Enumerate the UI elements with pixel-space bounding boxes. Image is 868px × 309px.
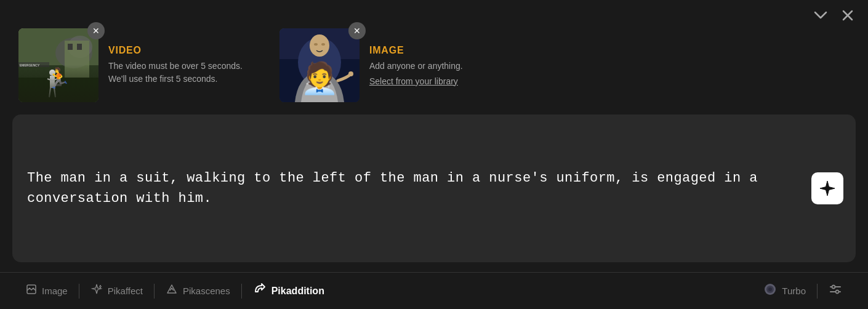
pikaffect-icon	[90, 283, 103, 299]
svg-rect-1	[18, 65, 98, 102]
svg-point-28	[314, 43, 318, 46]
video-description: The video must be over 5 seconds. We'll …	[108, 60, 243, 86]
svg-line-14	[54, 88, 55, 97]
image-close-button[interactable]: ✕	[348, 22, 366, 39]
prompt-area: The man in a suit, walking to the left o…	[12, 114, 856, 262]
pikaddition-icon	[253, 283, 267, 299]
video-thumbnail: EMERGENCY	[18, 28, 98, 102]
svg-rect-10	[50, 76, 55, 88]
enhance-button[interactable]	[811, 172, 843, 204]
svg-text:EMERGENCY: EMERGENCY	[20, 63, 40, 67]
video-info: VIDEO The video must be over 5 seconds. …	[108, 45, 243, 86]
svg-point-26	[321, 92, 323, 94]
toolbar-image[interactable]: Image	[15, 280, 79, 302]
pikaddition-label: Pikaddition	[271, 286, 324, 297]
library-link[interactable]: Select from your library	[369, 76, 463, 86]
image-description: Add anyone or anything.	[369, 60, 463, 73]
top-bar	[0, 0, 868, 28]
toolbar-pikaffect[interactable]: Pikaffect	[79, 279, 154, 302]
svg-point-27	[348, 71, 353, 76]
media-area: EMERGENCY ✕ VIDEO The video must be over…	[0, 28, 868, 114]
close-button[interactable]	[840, 7, 856, 23]
image-thumbnail-wrap: ✕	[279, 28, 360, 102]
image-type-label: IMAGE	[369, 45, 463, 56]
svg-rect-7	[77, 44, 82, 50]
toolbar: Image Pikaffect Pikascenes Pikaddition	[0, 272, 868, 309]
video-close-button[interactable]: ✕	[87, 22, 105, 39]
svg-rect-2	[18, 78, 98, 102]
svg-rect-18	[279, 59, 360, 102]
video-card: EMERGENCY ✕ VIDEO The video must be over…	[18, 28, 243, 102]
svg-point-29	[321, 43, 325, 46]
toolbar-pikascenes[interactable]: Pikascenes	[155, 279, 241, 302]
svg-point-9	[49, 70, 55, 76]
svg-point-24	[324, 80, 326, 82]
toolbar-pikaddition[interactable]: Pikaddition	[242, 279, 336, 303]
svg-point-21	[306, 83, 308, 85]
svg-point-35	[832, 286, 835, 289]
svg-point-20	[310, 34, 329, 57]
svg-line-12	[52, 79, 57, 81]
image-tool-icon	[26, 284, 37, 298]
pikascenes-label: Pikascenes	[183, 286, 230, 296]
svg-rect-8	[55, 84, 62, 86]
image-thumbnail	[279, 28, 360, 102]
svg-point-23	[309, 89, 311, 91]
svg-point-32	[768, 287, 772, 291]
turbo-label: Turbo	[782, 286, 806, 296]
svg-rect-6	[68, 44, 73, 50]
toolbar-turbo[interactable]: Turbo	[752, 279, 817, 303]
pikascenes-icon	[166, 283, 178, 299]
video-thumbnail-wrap: EMERGENCY ✕	[18, 28, 98, 102]
turbo-icon	[763, 283, 777, 299]
video-type-label: VIDEO	[108, 45, 243, 56]
svg-line-13	[49, 88, 50, 97]
settings-icon	[829, 283, 842, 299]
svg-point-25	[328, 86, 329, 88]
collapse-button[interactable]	[811, 9, 830, 22]
image-card: ✕ IMAGE Add anyone or anything. Select f…	[279, 28, 463, 102]
svg-point-22	[312, 77, 314, 79]
image-tool-label: Image	[42, 286, 68, 296]
svg-point-36	[836, 291, 839, 294]
image-info: IMAGE Add anyone or anything. Select fro…	[369, 45, 463, 86]
svg-line-11	[47, 79, 52, 81]
pikaffect-label: Pikaffect	[108, 286, 143, 296]
prompt-text[interactable]: The man in a suit, walking to the left o…	[27, 168, 804, 209]
toolbar-settings[interactable]	[818, 279, 853, 303]
